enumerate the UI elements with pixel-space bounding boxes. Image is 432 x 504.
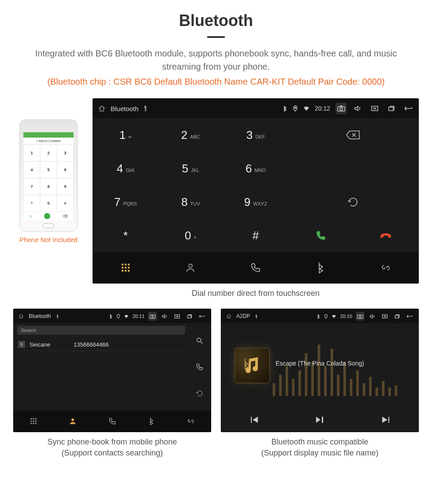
svg-rect-12: [122, 270, 123, 272]
svg-rect-29: [33, 423, 34, 424]
svg-point-1: [294, 107, 296, 108]
svg-rect-46: [331, 349, 333, 396]
volume-button[interactable]: [368, 312, 377, 321]
back-button[interactable]: [405, 312, 414, 321]
close-app-button[interactable]: [173, 312, 182, 321]
svg-point-0: [145, 110, 146, 112]
play-pause-button[interactable]: [287, 408, 353, 432]
camera-button[interactable]: [148, 312, 157, 321]
usb-icon: [254, 314, 258, 319]
next-track-button[interactable]: [353, 408, 418, 432]
bluetooth-status-icon: [283, 105, 287, 112]
home-icon[interactable]: [226, 313, 232, 319]
call-icon[interactable]: [196, 363, 204, 371]
svg-point-31: [71, 418, 74, 421]
recent-apps-button[interactable]: [386, 103, 397, 114]
svg-rect-48: [343, 362, 346, 396]
redial-key[interactable]: [288, 185, 418, 219]
prev-track-button[interactable]: [221, 408, 287, 432]
key-1[interactable]: 1∞: [93, 118, 158, 152]
svg-rect-24: [35, 418, 36, 419]
key-0[interactable]: 0+: [158, 219, 223, 252]
svg-point-15: [189, 264, 192, 268]
svg-rect-50: [356, 370, 359, 396]
svg-point-16: [57, 317, 58, 318]
contact-row[interactable]: S Seicane 13566664466: [17, 338, 185, 351]
svg-point-34: [359, 316, 361, 317]
status-bar: A2DP 20:15: [221, 309, 418, 323]
sync-icon[interactable]: [196, 389, 204, 397]
contact-number: 13566664466: [74, 341, 109, 348]
tab-recent-calls[interactable]: [223, 252, 288, 283]
bottom-tabs: [93, 252, 418, 283]
key-5[interactable]: 5JKL: [158, 152, 223, 185]
key-8[interactable]: 8TUV: [158, 185, 223, 219]
tab-keypad[interactable]: [14, 411, 53, 432]
close-app-button[interactable]: [369, 103, 380, 114]
status-time: 20:12: [315, 105, 330, 112]
status-title: A2DP: [236, 313, 250, 319]
backspace-key[interactable]: [288, 118, 418, 152]
svg-point-21: [197, 338, 201, 342]
hangup-button[interactable]: [353, 219, 418, 252]
call-button[interactable]: [288, 219, 354, 252]
camera-button[interactable]: [335, 103, 347, 114]
search-icon[interactable]: [196, 337, 204, 345]
location-icon: [116, 314, 120, 319]
svg-rect-43: [311, 362, 314, 396]
camera-button[interactable]: [356, 312, 365, 321]
bluetooth-status-icon: [109, 314, 113, 319]
search-input[interactable]: Search: [17, 326, 185, 335]
svg-rect-17: [150, 315, 155, 318]
tab-contacts[interactable]: [53, 411, 92, 432]
volume-button[interactable]: [352, 103, 364, 114]
page-title: Bluetooth: [13, 11, 419, 30]
key-#[interactable]: #: [223, 219, 288, 252]
tab-bluetooth[interactable]: [132, 411, 171, 432]
status-bar: Bluetooth 20:12: [93, 99, 418, 118]
music-caption: Bluetooth music compatible(Support displ…: [221, 437, 419, 459]
key-*[interactable]: *: [93, 219, 158, 252]
tab-contacts[interactable]: [158, 252, 223, 283]
spec-text: (Bluetooth chip : CSR BC6 Default Blueto…: [13, 77, 419, 87]
contact-name: Seicane: [30, 341, 69, 348]
key-7[interactable]: 7PQRS: [93, 185, 158, 219]
key-9[interactable]: 9WXYZ: [223, 185, 288, 219]
recent-apps-button[interactable]: [393, 312, 402, 321]
back-button[interactable]: [402, 103, 414, 114]
tab-keypad[interactable]: [93, 252, 158, 283]
svg-rect-13: [125, 270, 127, 272]
svg-rect-23: [33, 418, 34, 419]
svg-rect-22: [30, 418, 32, 419]
key-4[interactable]: 4GHI: [93, 152, 158, 185]
tab-recent-calls[interactable]: [93, 411, 132, 432]
svg-rect-40: [292, 379, 294, 396]
home-icon[interactable]: [97, 104, 106, 113]
back-button[interactable]: [197, 312, 206, 321]
wifi-icon: [303, 106, 309, 111]
svg-rect-38: [279, 375, 282, 396]
status-time: 20:15: [340, 314, 352, 319]
phone-caption: Phone Not Included: [13, 236, 84, 243]
svg-rect-5: [389, 107, 393, 111]
key-3[interactable]: 3DEF: [223, 118, 288, 152]
phone-mockup: + Add to Contacts 123 456 789 *0# ⎋⌫: [19, 119, 78, 231]
wifi-icon: [124, 314, 129, 318]
volume-button[interactable]: [160, 312, 169, 321]
dialer-device: Bluetooth 20:12: [93, 98, 419, 284]
tab-bluetooth[interactable]: [288, 252, 354, 283]
svg-rect-10: [125, 267, 127, 269]
key-6[interactable]: 6MNO: [223, 152, 288, 185]
home-icon[interactable]: [18, 313, 24, 319]
tab-pair[interactable]: [171, 411, 211, 432]
svg-rect-8: [128, 264, 130, 265]
location-icon: [324, 314, 328, 319]
recent-apps-button[interactable]: [185, 312, 194, 321]
svg-rect-52: [369, 377, 372, 396]
tab-pair[interactable]: [353, 252, 418, 283]
phone-add-contacts: + Add to Contacts: [23, 138, 74, 145]
album-art-icon: [235, 348, 270, 383]
key-2[interactable]: 2ABC: [158, 118, 223, 152]
svg-rect-39: [286, 366, 288, 396]
close-app-button[interactable]: [380, 312, 389, 321]
